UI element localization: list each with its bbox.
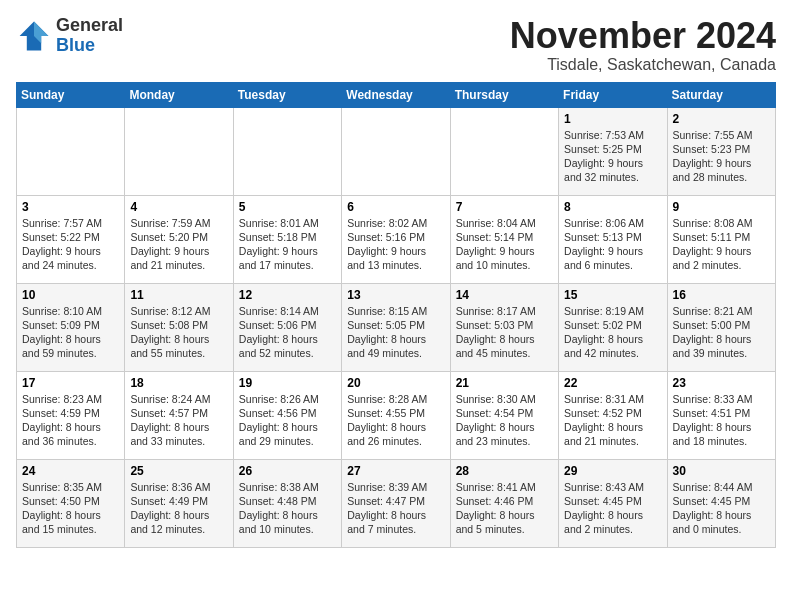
day-number: 30 <box>673 464 770 478</box>
calendar-cell: 3Sunrise: 7:57 AMSunset: 5:22 PMDaylight… <box>17 195 125 283</box>
calendar-cell: 13Sunrise: 8:15 AMSunset: 5:05 PMDayligh… <box>342 283 450 371</box>
day-info: Sunrise: 8:08 AMSunset: 5:11 PMDaylight:… <box>673 216 770 273</box>
header-day-saturday: Saturday <box>667 82 775 107</box>
calendar-cell: 6Sunrise: 8:02 AMSunset: 5:16 PMDaylight… <box>342 195 450 283</box>
calendar-cell: 19Sunrise: 8:26 AMSunset: 4:56 PMDayligh… <box>233 371 341 459</box>
calendar-cell: 22Sunrise: 8:31 AMSunset: 4:52 PMDayligh… <box>559 371 667 459</box>
header-day-sunday: Sunday <box>17 82 125 107</box>
calendar-cell: 24Sunrise: 8:35 AMSunset: 4:50 PMDayligh… <box>17 459 125 547</box>
calendar-cell: 16Sunrise: 8:21 AMSunset: 5:00 PMDayligh… <box>667 283 775 371</box>
calendar-cell: 11Sunrise: 8:12 AMSunset: 5:08 PMDayligh… <box>125 283 233 371</box>
header-day-wednesday: Wednesday <box>342 82 450 107</box>
day-info: Sunrise: 8:30 AMSunset: 4:54 PMDaylight:… <box>456 392 553 449</box>
calendar-cell: 26Sunrise: 8:38 AMSunset: 4:48 PMDayligh… <box>233 459 341 547</box>
day-info: Sunrise: 8:28 AMSunset: 4:55 PMDaylight:… <box>347 392 444 449</box>
calendar-cell: 23Sunrise: 8:33 AMSunset: 4:51 PMDayligh… <box>667 371 775 459</box>
calendar-body: 1Sunrise: 7:53 AMSunset: 5:25 PMDaylight… <box>17 107 776 547</box>
day-number: 2 <box>673 112 770 126</box>
day-info: Sunrise: 8:12 AMSunset: 5:08 PMDaylight:… <box>130 304 227 361</box>
calendar-cell: 2Sunrise: 7:55 AMSunset: 5:23 PMDaylight… <box>667 107 775 195</box>
calendar-cell: 1Sunrise: 7:53 AMSunset: 5:25 PMDaylight… <box>559 107 667 195</box>
day-number: 14 <box>456 288 553 302</box>
day-number: 9 <box>673 200 770 214</box>
week-row-3: 17Sunrise: 8:23 AMSunset: 4:59 PMDayligh… <box>17 371 776 459</box>
day-info: Sunrise: 8:36 AMSunset: 4:49 PMDaylight:… <box>130 480 227 537</box>
calendar-cell: 28Sunrise: 8:41 AMSunset: 4:46 PMDayligh… <box>450 459 558 547</box>
calendar-header: SundayMondayTuesdayWednesdayThursdayFrid… <box>17 82 776 107</box>
day-number: 11 <box>130 288 227 302</box>
title-block: November 2024 Tisdale, Saskatchewan, Can… <box>510 16 776 74</box>
logo-icon <box>16 18 52 54</box>
day-number: 17 <box>22 376 119 390</box>
day-number: 15 <box>564 288 661 302</box>
calendar-cell <box>450 107 558 195</box>
calendar-cell: 7Sunrise: 8:04 AMSunset: 5:14 PMDaylight… <box>450 195 558 283</box>
day-number: 29 <box>564 464 661 478</box>
calendar-cell <box>17 107 125 195</box>
logo: General Blue <box>16 16 123 56</box>
day-info: Sunrise: 8:15 AMSunset: 5:05 PMDaylight:… <box>347 304 444 361</box>
calendar-cell: 8Sunrise: 8:06 AMSunset: 5:13 PMDaylight… <box>559 195 667 283</box>
day-number: 22 <box>564 376 661 390</box>
day-info: Sunrise: 8:38 AMSunset: 4:48 PMDaylight:… <box>239 480 336 537</box>
day-number: 4 <box>130 200 227 214</box>
calendar-cell: 12Sunrise: 8:14 AMSunset: 5:06 PMDayligh… <box>233 283 341 371</box>
day-info: Sunrise: 7:57 AMSunset: 5:22 PMDaylight:… <box>22 216 119 273</box>
day-number: 28 <box>456 464 553 478</box>
day-number: 26 <box>239 464 336 478</box>
day-number: 20 <box>347 376 444 390</box>
calendar-cell: 15Sunrise: 8:19 AMSunset: 5:02 PMDayligh… <box>559 283 667 371</box>
day-number: 10 <box>22 288 119 302</box>
day-info: Sunrise: 7:59 AMSunset: 5:20 PMDaylight:… <box>130 216 227 273</box>
calendar-cell: 4Sunrise: 7:59 AMSunset: 5:20 PMDaylight… <box>125 195 233 283</box>
calendar-cell <box>342 107 450 195</box>
header-day-friday: Friday <box>559 82 667 107</box>
calendar-cell: 30Sunrise: 8:44 AMSunset: 4:45 PMDayligh… <box>667 459 775 547</box>
day-number: 27 <box>347 464 444 478</box>
calendar-cell: 14Sunrise: 8:17 AMSunset: 5:03 PMDayligh… <box>450 283 558 371</box>
day-info: Sunrise: 7:53 AMSunset: 5:25 PMDaylight:… <box>564 128 661 185</box>
week-row-1: 3Sunrise: 7:57 AMSunset: 5:22 PMDaylight… <box>17 195 776 283</box>
calendar-cell: 10Sunrise: 8:10 AMSunset: 5:09 PMDayligh… <box>17 283 125 371</box>
calendar-cell: 20Sunrise: 8:28 AMSunset: 4:55 PMDayligh… <box>342 371 450 459</box>
month-title: November 2024 <box>510 16 776 56</box>
day-number: 7 <box>456 200 553 214</box>
calendar-cell: 21Sunrise: 8:30 AMSunset: 4:54 PMDayligh… <box>450 371 558 459</box>
day-info: Sunrise: 8:06 AMSunset: 5:13 PMDaylight:… <box>564 216 661 273</box>
day-info: Sunrise: 8:33 AMSunset: 4:51 PMDaylight:… <box>673 392 770 449</box>
day-number: 8 <box>564 200 661 214</box>
day-info: Sunrise: 8:10 AMSunset: 5:09 PMDaylight:… <box>22 304 119 361</box>
header-day-thursday: Thursday <box>450 82 558 107</box>
day-number: 6 <box>347 200 444 214</box>
calendar-cell: 9Sunrise: 8:08 AMSunset: 5:11 PMDaylight… <box>667 195 775 283</box>
day-info: Sunrise: 8:41 AMSunset: 4:46 PMDaylight:… <box>456 480 553 537</box>
day-info: Sunrise: 8:17 AMSunset: 5:03 PMDaylight:… <box>456 304 553 361</box>
week-row-0: 1Sunrise: 7:53 AMSunset: 5:25 PMDaylight… <box>17 107 776 195</box>
calendar-cell: 27Sunrise: 8:39 AMSunset: 4:47 PMDayligh… <box>342 459 450 547</box>
day-info: Sunrise: 8:44 AMSunset: 4:45 PMDaylight:… <box>673 480 770 537</box>
day-info: Sunrise: 8:43 AMSunset: 4:45 PMDaylight:… <box>564 480 661 537</box>
day-info: Sunrise: 8:14 AMSunset: 5:06 PMDaylight:… <box>239 304 336 361</box>
day-number: 23 <box>673 376 770 390</box>
header-day-monday: Monday <box>125 82 233 107</box>
day-info: Sunrise: 8:01 AMSunset: 5:18 PMDaylight:… <box>239 216 336 273</box>
day-number: 16 <box>673 288 770 302</box>
day-number: 12 <box>239 288 336 302</box>
calendar-cell: 18Sunrise: 8:24 AMSunset: 4:57 PMDayligh… <box>125 371 233 459</box>
day-number: 5 <box>239 200 336 214</box>
calendar-cell: 5Sunrise: 8:01 AMSunset: 5:18 PMDaylight… <box>233 195 341 283</box>
day-info: Sunrise: 8:31 AMSunset: 4:52 PMDaylight:… <box>564 392 661 449</box>
calendar-cell: 17Sunrise: 8:23 AMSunset: 4:59 PMDayligh… <box>17 371 125 459</box>
day-info: Sunrise: 8:39 AMSunset: 4:47 PMDaylight:… <box>347 480 444 537</box>
header-row: SundayMondayTuesdayWednesdayThursdayFrid… <box>17 82 776 107</box>
page-header: General Blue November 2024 Tisdale, Sask… <box>16 16 776 74</box>
day-number: 1 <box>564 112 661 126</box>
day-info: Sunrise: 8:04 AMSunset: 5:14 PMDaylight:… <box>456 216 553 273</box>
day-number: 13 <box>347 288 444 302</box>
calendar-cell: 29Sunrise: 8:43 AMSunset: 4:45 PMDayligh… <box>559 459 667 547</box>
calendar-cell <box>125 107 233 195</box>
day-number: 24 <box>22 464 119 478</box>
day-info: Sunrise: 8:19 AMSunset: 5:02 PMDaylight:… <box>564 304 661 361</box>
calendar-cell: 25Sunrise: 8:36 AMSunset: 4:49 PMDayligh… <box>125 459 233 547</box>
day-number: 3 <box>22 200 119 214</box>
